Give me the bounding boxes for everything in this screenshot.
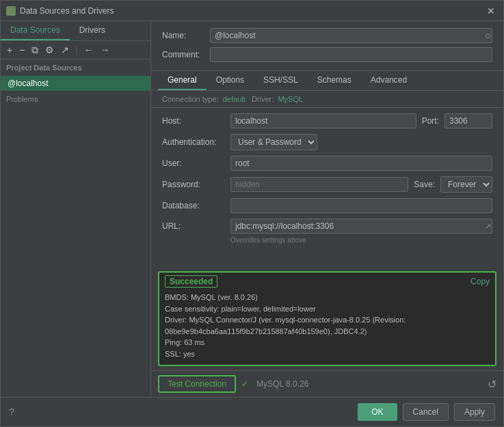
top-tab-bar: Data Sources Drivers xyxy=(1,21,150,41)
user-label: User: xyxy=(162,159,230,168)
result-section: Succeeded Copy BMDS: MySQL (ver. 8.0.26)… xyxy=(158,271,496,366)
result-line-5: Ping: 63 ms xyxy=(165,337,490,348)
name-field-container: ⊙ xyxy=(210,28,492,43)
sub-tabs: General Options SSH/SSL Schemas Advanced xyxy=(151,71,503,91)
comment-label: Comment: xyxy=(162,50,210,59)
url-row: URL: ↗ xyxy=(162,219,492,234)
url-container: ↗ xyxy=(230,219,492,234)
main-window: Data Sources and Drivers ✕ Data Sources … xyxy=(0,0,504,427)
name-label: Name: xyxy=(162,31,210,40)
dialog-footer: ? OK Cancel Apply xyxy=(1,397,503,426)
database-label: Database: xyxy=(162,201,230,210)
database-input[interactable] xyxy=(230,198,492,213)
tab-options[interactable]: Options xyxy=(207,71,254,90)
close-button[interactable]: ✕ xyxy=(484,5,498,16)
url-label: URL: xyxy=(162,221,230,231)
name-row: Name: ⊙ xyxy=(162,28,492,43)
save-select[interactable]: Forever xyxy=(440,176,492,193)
auth-select[interactable]: User & Password xyxy=(230,134,317,150)
result-line-1: BMDS: MySQL (ver. 8.0.26) xyxy=(165,292,490,303)
tab-drivers[interactable]: Drivers xyxy=(70,21,115,40)
comment-row: Comment: xyxy=(162,47,492,62)
window-icon xyxy=(6,6,16,16)
result-line-6: SSL: yes xyxy=(165,348,490,360)
name-comment-section: Name: ⊙ Comment: xyxy=(151,21,503,71)
connection-info: Connection type: default Driver: MySQL xyxy=(151,91,503,108)
auth-row: Authentication: User & Password xyxy=(162,134,492,150)
section-header: Project Data Sources xyxy=(1,59,150,76)
comment-input[interactable] xyxy=(210,47,492,62)
host-label: Host: xyxy=(162,116,230,126)
back-button[interactable]: ← xyxy=(82,44,96,56)
driver-prefix: Driver: xyxy=(252,95,274,103)
user-input[interactable] xyxy=(230,156,492,171)
url-expand-btn[interactable]: ↗ xyxy=(485,222,491,231)
mysql-version-label: MySQL 8.0.26 xyxy=(256,379,482,389)
tab-advanced[interactable]: Advanced xyxy=(361,71,416,90)
result-line-2: Case sensitivity: plain=lower, delimited… xyxy=(165,303,490,315)
host-port-container: Port: xyxy=(230,113,492,128)
export-button[interactable]: ↗ xyxy=(59,44,71,56)
right-panel: Name: ⊙ Comment: General Options SSH/SSL… xyxy=(151,21,503,397)
driver-link[interactable]: MySQL xyxy=(278,95,303,103)
password-row: Password: Save: Forever xyxy=(162,176,492,193)
apply-button[interactable]: Apply xyxy=(454,403,495,421)
copy-link[interactable]: Copy xyxy=(470,277,490,286)
test-connection-button[interactable]: Test Connection xyxy=(158,375,236,393)
host-input[interactable] xyxy=(230,113,416,128)
footer-buttons: OK Cancel Apply xyxy=(358,403,495,421)
copy-button[interactable]: ⧉ xyxy=(29,44,40,56)
conn-type-prefix: Connection type: xyxy=(162,95,219,103)
database-row: Database: xyxy=(162,198,492,213)
port-label: Port: xyxy=(422,116,439,126)
forward-button[interactable]: → xyxy=(98,44,112,56)
result-body: BMDS: MySQL (ver. 8.0.26) Case sensitivi… xyxy=(159,290,495,365)
name-input[interactable] xyxy=(210,28,492,43)
url-input[interactable] xyxy=(230,219,492,234)
main-content: Data Sources Drivers + − ⧉ ⚙ ↗ | ← → Pro… xyxy=(1,21,503,397)
problems-label: Problems xyxy=(6,95,38,103)
left-toolbar: + − ⧉ ⚙ ↗ | ← → xyxy=(1,41,150,59)
password-input[interactable] xyxy=(230,177,408,192)
form-section: Host: Port: Authentication: User & Passw… xyxy=(151,108,503,271)
succeeded-badge: Succeeded xyxy=(165,275,217,288)
tree-item-localhost[interactable]: @localhost xyxy=(1,76,150,91)
save-label: Save: xyxy=(414,180,435,189)
ok-button[interactable]: OK xyxy=(358,403,397,421)
user-row: User: xyxy=(162,156,492,171)
host-row: Host: Port: xyxy=(162,113,492,128)
toolbar-separator: | xyxy=(75,45,77,55)
window-title: Data Sources and Drivers xyxy=(20,6,484,16)
result-header: Succeeded Copy xyxy=(159,273,495,290)
problems-section: Problems xyxy=(1,91,150,107)
name-clear-btn[interactable]: ⊙ xyxy=(485,31,491,40)
tab-ssh-ssl[interactable]: SSH/SSL xyxy=(254,71,308,90)
password-label: Password: xyxy=(162,180,230,189)
help-icon[interactable]: ? xyxy=(9,407,14,417)
tab-general[interactable]: General xyxy=(158,71,207,90)
port-input[interactable] xyxy=(445,113,492,128)
remove-button[interactable]: − xyxy=(17,44,27,56)
refresh-button[interactable]: ↺ xyxy=(488,378,496,391)
tab-schemas[interactable]: Schemas xyxy=(308,71,361,90)
result-line-4: 08be9e9b4cba6aa115f9b27b215887af40b159e0… xyxy=(165,326,490,338)
result-line-3: Driver: MySQL Connector/J (ver. mysql-co… xyxy=(165,314,490,326)
cancel-button[interactable]: Cancel xyxy=(403,403,449,421)
left-panel: Data Sources Drivers + − ⧉ ⚙ ↗ | ← → Pro… xyxy=(1,21,151,397)
conn-type-link[interactable]: default xyxy=(223,95,246,103)
title-bar: Data Sources and Drivers ✕ xyxy=(1,1,503,21)
checkmark-icon: ✓ xyxy=(241,379,248,389)
auth-label: Authentication: xyxy=(162,137,230,147)
password-container: Save: Forever xyxy=(230,176,492,193)
settings-button[interactable]: ⚙ xyxy=(43,44,56,56)
add-button[interactable]: + xyxy=(5,44,14,56)
tab-data-sources[interactable]: Data Sources xyxy=(1,21,70,40)
bottom-bar: Test Connection ✓ MySQL 8.0.26 ↺ xyxy=(151,370,503,397)
url-hint: Overrides settings above xyxy=(162,236,492,244)
